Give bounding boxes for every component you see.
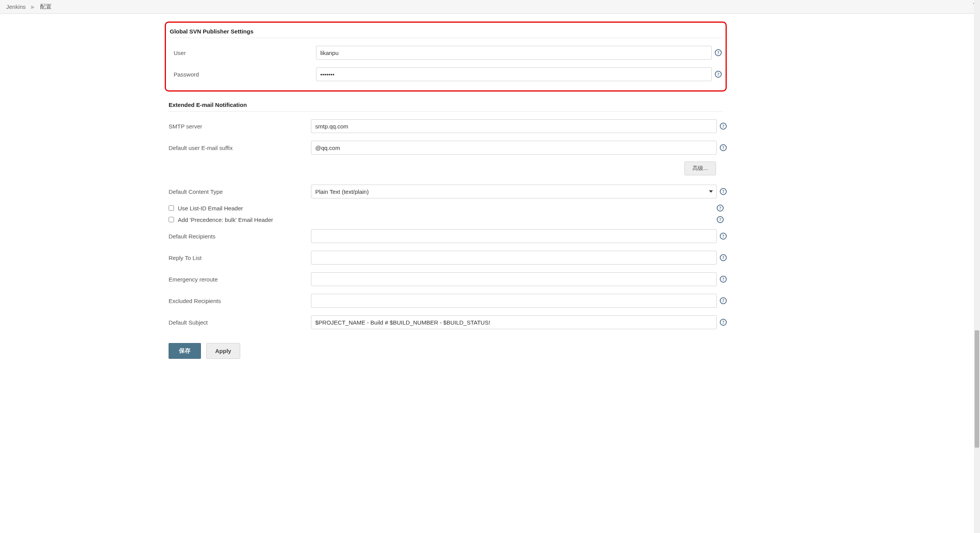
excluded-recipients-row: Excluded Recipients ? [165, 290, 727, 311]
reply-to-input[interactable] [311, 251, 717, 265]
help-icon[interactable]: ? [720, 233, 727, 240]
email-suffix-input[interactable] [311, 141, 717, 155]
help-icon[interactable]: ? [720, 123, 727, 130]
help-icon[interactable]: ? [720, 276, 727, 283]
help-icon[interactable]: ? [720, 319, 727, 326]
default-subject-row: Default Subject ? [165, 311, 727, 333]
emergency-reroute-label: Emergency reroute [165, 276, 311, 283]
content-type-label: Default Content Type [165, 188, 311, 195]
breadcrumb: Jenkins ▶ 配置 [0, 0, 980, 14]
advanced-button[interactable]: 高级... [684, 162, 716, 175]
apply-button[interactable]: Apply [206, 343, 240, 359]
help-icon[interactable]: ? [715, 71, 722, 78]
reply-to-row: Reply To List ? [165, 247, 727, 268]
default-recipients-label: Default Recipients [165, 233, 311, 240]
help-icon[interactable]: ? [717, 205, 724, 212]
default-subject-label: Default Subject [165, 319, 311, 326]
default-recipients-input[interactable] [311, 229, 717, 243]
default-subject-input[interactable] [311, 315, 717, 329]
content-type-row: Default Content Type Plain Text (text/pl… [165, 181, 727, 202]
chevron-right-icon: ▶ [31, 4, 35, 10]
email-suffix-label: Default user E-mail suffix [165, 145, 311, 151]
email-section-title: Extended E-mail Notification [169, 98, 723, 112]
svn-password-input[interactable] [316, 67, 712, 81]
svn-password-row: Password ? [170, 63, 722, 85]
svn-user-input[interactable] [316, 46, 712, 60]
breadcrumb-current: 配置 [40, 3, 52, 10]
scrollbar-thumb[interactable] [975, 330, 979, 374]
breadcrumb-root[interactable]: Jenkins [6, 3, 26, 10]
smtp-row: SMTP server ? [165, 115, 727, 137]
listid-label[interactable]: Use List-ID Email Header [178, 205, 243, 212]
default-recipients-row: Default Recipients ? [165, 225, 727, 247]
help-icon[interactable]: ? [720, 297, 727, 304]
content-type-select[interactable]: Plain Text (text/plain) [311, 185, 717, 198]
svn-settings-section: Global SVN Publisher Settings User ? Pas… [165, 22, 727, 92]
precedence-row: Add 'Precedence: bulk' Email Header ? [165, 214, 727, 225]
smtp-label: SMTP server [165, 123, 311, 130]
smtp-input[interactable] [311, 119, 717, 133]
listid-checkbox[interactable] [169, 205, 174, 211]
precedence-checkbox[interactable] [169, 217, 174, 222]
svn-section-title: Global SVN Publisher Settings [170, 25, 722, 38]
svn-user-row: User ? [170, 42, 722, 63]
config-form: Global SVN Publisher Settings User ? Pas… [165, 14, 727, 374]
help-icon[interactable]: ? [717, 216, 724, 223]
form-actions: 保存 Apply [165, 343, 727, 359]
help-icon[interactable]: ? [715, 49, 722, 56]
listid-row: Use List-ID Email Header ? [165, 202, 727, 214]
emergency-reroute-row: Emergency reroute ? [165, 268, 727, 290]
save-button[interactable]: 保存 [169, 343, 201, 359]
svn-password-label: Password [170, 71, 316, 78]
emergency-reroute-input[interactable] [311, 272, 717, 286]
svn-user-label: User [170, 50, 316, 56]
excluded-recipients-label: Excluded Recipients [165, 298, 311, 304]
excluded-recipients-input[interactable] [311, 294, 717, 308]
help-icon[interactable]: ? [720, 188, 727, 195]
reply-to-label: Reply To List [165, 255, 311, 261]
scrollbar[interactable] [974, 0, 980, 374]
help-icon[interactable]: ? [720, 254, 727, 261]
precedence-label[interactable]: Add 'Precedence: bulk' Email Header [178, 217, 273, 223]
help-icon[interactable]: ? [720, 144, 727, 151]
email-suffix-row: Default user E-mail suffix ? [165, 137, 727, 158]
